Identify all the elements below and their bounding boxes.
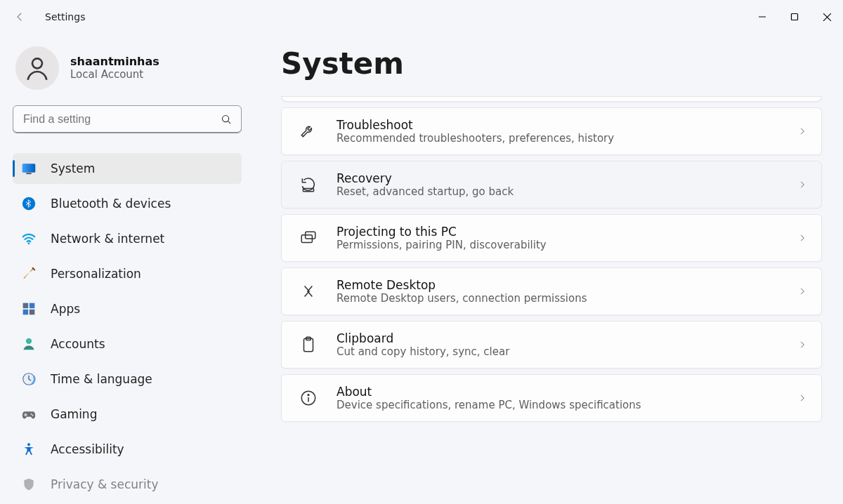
user-sub: Local Account <box>70 68 159 82</box>
sidebar-item-label: Personalization <box>51 267 141 281</box>
info-icon <box>299 388 318 408</box>
svg-rect-12 <box>23 303 29 309</box>
card-sub: Remote Desktop users, connection permiss… <box>336 292 779 305</box>
card-title: Remote Desktop <box>336 278 779 292</box>
svg-line-6 <box>228 121 231 124</box>
project-icon <box>299 228 318 248</box>
page-title: System <box>281 46 822 81</box>
recovery-icon <box>299 175 318 194</box>
svg-rect-13 <box>30 303 35 309</box>
wrench-icon <box>299 121 318 141</box>
clipboard-icon <box>299 335 318 354</box>
card-title: Troubleshoot <box>336 118 779 132</box>
chevron-right-icon <box>797 180 807 190</box>
svg-rect-1 <box>792 14 798 20</box>
sidebar-item-accounts[interactable]: Accounts <box>13 329 242 359</box>
svg-point-19 <box>31 413 32 415</box>
apps-icon <box>21 301 37 317</box>
card-sub: Reset, advanced startup, go back <box>336 185 779 198</box>
sidebar-item-apps[interactable]: Apps <box>13 293 242 324</box>
person-icon <box>23 54 51 82</box>
sidebar-item-label: Gaming <box>51 407 97 421</box>
minimize-icon <box>758 13 766 21</box>
minimize-button[interactable] <box>746 3 778 31</box>
remote-desktop-icon <box>299 281 318 301</box>
accessibility-icon <box>21 442 37 457</box>
sidebar-item-label: Bluetooth & devices <box>51 197 171 211</box>
clock-icon <box>21 371 37 387</box>
sidebar-item-gaming[interactable]: Gaming <box>13 399 242 430</box>
svg-rect-14 <box>23 310 29 315</box>
chevron-right-icon <box>797 340 807 350</box>
sidebar-item-system[interactable]: System <box>13 153 242 184</box>
sidebar: shaantminhas Local Account System Blue <box>0 34 253 504</box>
chevron-right-icon <box>797 233 807 243</box>
window-controls <box>746 3 843 31</box>
svg-point-4 <box>32 58 42 68</box>
sidebar-item-label: Privacy & security <box>51 477 159 491</box>
chevron-right-icon <box>797 126 807 136</box>
brush-icon <box>21 266 37 281</box>
wifi-icon <box>21 231 37 246</box>
card-title: Projecting to this PC <box>336 225 779 239</box>
sidebar-item-accessibility[interactable]: Accessibility <box>13 434 242 465</box>
svg-point-21 <box>27 443 30 446</box>
chevron-right-icon <box>797 393 807 403</box>
svg-rect-8 <box>22 164 35 173</box>
svg-point-5 <box>222 115 228 121</box>
card-sub: Recommended troubleshooters, preferences… <box>336 132 779 145</box>
card-sliver-prev <box>281 96 822 102</box>
sidebar-item-label: Network & internet <box>51 232 164 246</box>
svg-point-16 <box>26 338 32 344</box>
avatar <box>15 46 59 90</box>
app-title: Settings <box>45 11 85 22</box>
sidebar-item-bluetooth[interactable]: Bluetooth & devices <box>13 188 242 219</box>
sidebar-item-network[interactable]: Network & internet <box>13 223 242 254</box>
card-about[interactable]: About Device specifications, rename PC, … <box>281 374 822 422</box>
card-remote-desktop[interactable]: Remote Desktop Remote Desktop users, con… <box>281 267 822 315</box>
card-sub: Cut and copy history, sync, clear <box>336 345 779 358</box>
sidebar-item-time[interactable]: Time & language <box>13 364 242 394</box>
arrow-left-icon <box>13 11 26 23</box>
card-clipboard[interactable]: Clipboard Cut and copy history, sync, cl… <box>281 321 822 369</box>
sidebar-item-label: Apps <box>51 302 80 316</box>
sidebar-item-label: Accessibility <box>51 442 124 456</box>
card-sub: Permissions, pairing PIN, discoverabilit… <box>336 239 779 251</box>
user-name: shaantminhas <box>70 55 159 68</box>
maximize-button[interactable] <box>778 3 811 31</box>
sidebar-item-label: Accounts <box>51 337 105 351</box>
sidebar-item-label: System <box>51 161 95 175</box>
search-icon <box>221 114 233 126</box>
svg-rect-15 <box>30 310 35 315</box>
card-title: Recovery <box>336 171 779 185</box>
titlebar: Settings <box>0 0 843 34</box>
nav-list: System Bluetooth & devices Network & int… <box>13 153 242 500</box>
sidebar-item-personalization[interactable]: Personalization <box>13 258 242 289</box>
svg-rect-9 <box>26 173 31 174</box>
svg-point-29 <box>308 394 309 396</box>
sidebar-item-privacy[interactable]: Privacy & security <box>13 469 242 500</box>
svg-point-11 <box>28 242 30 244</box>
chevron-right-icon <box>797 286 807 296</box>
back-button[interactable] <box>7 4 32 29</box>
card-title: About <box>336 385 779 399</box>
card-troubleshoot[interactable]: Troubleshoot Recommended troubleshooters… <box>281 107 822 155</box>
display-icon <box>21 161 37 176</box>
maximize-icon <box>790 13 799 21</box>
sidebar-item-label: Time & language <box>51 372 152 386</box>
search-box[interactable] <box>13 105 242 133</box>
card-sub: Device specifications, rename PC, Window… <box>336 399 779 411</box>
user-block[interactable]: shaantminhas Local Account <box>13 41 242 105</box>
svg-point-20 <box>32 415 33 416</box>
search-input[interactable] <box>22 112 221 126</box>
shield-icon <box>21 477 37 492</box>
content-pane: System Troubleshoot Recommended troubles… <box>253 34 843 504</box>
bluetooth-icon <box>21 196 37 211</box>
gamepad-icon <box>21 406 37 422</box>
card-projecting[interactable]: Projecting to this PC Permissions, pairi… <box>281 214 822 262</box>
close-button[interactable] <box>811 3 843 31</box>
card-title: Clipboard <box>336 331 779 345</box>
person-color-icon <box>21 336 37 352</box>
close-icon <box>823 13 832 22</box>
card-recovery[interactable]: Recovery Reset, advanced startup, go bac… <box>281 161 822 208</box>
